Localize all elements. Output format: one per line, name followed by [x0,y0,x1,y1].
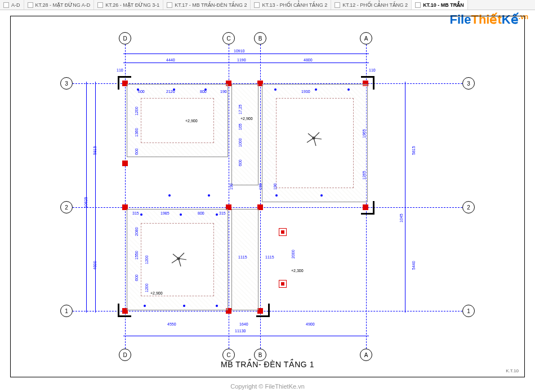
electrical-point [140,213,142,216]
electrical-point [216,213,218,216]
electrical-point [144,305,146,307]
gridline-2 [73,207,462,208]
dim-text: 800 [198,211,204,215]
grid-bubble-a-bot: A [360,349,372,361]
dim-text: 2000 [291,250,295,259]
dim-text: 5815 [412,146,416,155]
dim-text: 110 [117,68,123,72]
tab-ad[interactable]: A-D [0,0,24,10]
gridline-c [229,44,229,349]
tab-kt28[interactable]: KT.28 - MẶT ĐỨNG A-D [24,0,95,10]
dim-text: 600 [135,274,139,281]
ceiling-zone-1 [127,84,228,157]
dim-text: 10910 [234,49,244,53]
dim-text: 5815 [93,146,97,155]
drawing-frame: D C B A D C B A 3 2 1 3 2 1 +2,900 +2,90… [10,16,525,377]
light-fixture [279,280,287,288]
grid-bubble-b-top: B [254,32,266,44]
dim-line [123,63,369,63]
dim-text: 600 [135,148,139,155]
gridline-d [125,44,126,349]
copyright-text: Copyright © FileThietKe.vn [230,383,305,390]
dim-text: 190 [220,90,227,93]
dim-text: 2080 [135,227,139,236]
grid-bubble-3-left: 3 [60,77,73,90]
dim-text: 315 [219,211,226,215]
dim-text: 315 [132,211,139,215]
ceiling-zone-2 [231,84,258,185]
dim-text: 4800 [304,58,313,62]
light-fixture [279,228,287,236]
dim-line [123,336,369,336]
column [122,161,128,166]
sheet-icon [415,2,421,8]
drawing-title: MB TRẦN- ĐÈN TẦNG 1 [221,360,314,369]
sheet-icon [254,2,260,8]
dim-text: 5440 [412,261,416,270]
dim-text: 165 [238,123,242,130]
dim-text: 1200 [135,106,139,115]
dim-text: 17,25 [238,104,242,114]
dim-text: 1115 [265,255,274,259]
dim-text: 1550 [135,251,139,260]
level-mark: +2,900 [150,291,163,295]
dim-line [123,54,369,54]
sheet-icon [167,2,172,8]
ceiling-fan-icon [167,247,190,270]
dim-text: 4900 [306,322,315,326]
dim-text: 10625 [84,197,88,208]
grid-bubble-1-left: 1 [60,305,73,317]
grid-bubble-d-top: D [119,32,131,44]
dim-text: 600 [238,159,242,166]
column [363,204,368,210]
sheet-icon [28,2,33,8]
level-mark: +2,300 [291,269,304,273]
tab-kt12[interactable]: KT.12 - PHỐI CẢNH TẦNG 2 [331,0,412,10]
grid-bubble-b-bot: B [254,349,266,361]
electrical-point [274,88,277,91]
sheet-number: K.T.10 [506,368,519,373]
electrical-point [208,194,210,197]
level-mark: +2,900 [240,117,253,121]
dim-text: 190 [258,183,262,190]
dim-text: 1360 [135,128,139,137]
dim-text: 1930 [301,90,310,93]
electrical-point [347,88,350,91]
grid-bubble-2-left: 2 [60,201,73,213]
tab-kt17[interactable]: KT.17 - MB TRẦN-ĐÈN TẦNG 2 [163,0,251,10]
dim-text: 2120 [166,90,175,93]
grid-bubble-d-bot: D [119,349,131,361]
dim-text: 1045 [399,213,403,222]
tab-kt13[interactable]: KT.13 - PHỐI CẢNH TẦNG 2 [251,0,331,10]
electrical-point [183,305,185,307]
level-mark: +2,900 [185,119,198,123]
dim-text: 1200 [145,283,149,292]
dim-text: 11130 [235,329,246,333]
dim-text: 1200 [145,255,149,264]
dim-text: 1640 [239,322,248,326]
electrical-point [275,194,278,197]
dim-text: 110 [369,68,376,72]
tab-kt10[interactable]: KT.10 - MB TRẦN [412,0,468,10]
grid-bubble-2-right: 2 [462,201,475,213]
grid-bubble-a-top: A [360,32,372,44]
grid-bubble-c-top: C [222,32,235,44]
sheet-icon [97,2,103,8]
sheet-icon [335,2,340,8]
grid-bubble-1-right: 1 [462,305,475,317]
dim-text: 190 [273,183,277,190]
dim-text: 190 [229,183,233,190]
electrical-point [180,213,182,216]
dim-text: 4600 [93,261,97,270]
dim-text: 1115 [238,255,247,259]
dim-text: 4550 [167,322,176,326]
dim-text: 1265 [362,171,366,180]
grid-bubble-3-right: 3 [462,77,475,90]
dim-text: 600 [138,90,145,93]
electrical-point [320,194,323,197]
floor-plan: D C B A D C B A 3 2 1 3 2 1 +2,900 +2,90… [11,16,524,377]
electrical-point [168,194,171,197]
tab-kt26[interactable]: KT.26 - MẶT ĐỨNG 3-1 [94,0,163,10]
dim-text: 4440 [166,58,175,62]
gridline-b [260,44,261,349]
